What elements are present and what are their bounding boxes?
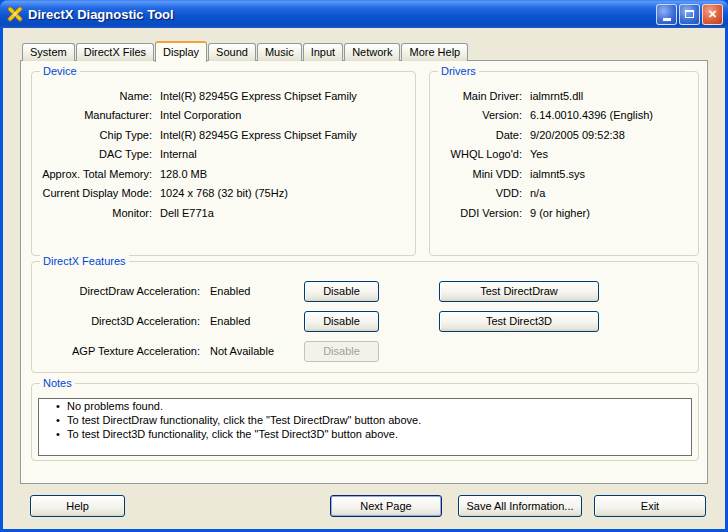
- field-label: AGP Texture Acceleration:: [40, 345, 200, 357]
- field-label: Manufacturer:: [40, 109, 152, 121]
- driver-row: Version: 6.14.0010.4396 (English): [438, 106, 690, 126]
- drivers-group: Drivers Main Driver: ialmrnt5.dll Versio…: [429, 71, 699, 256]
- tab-network[interactable]: Network: [344, 43, 400, 61]
- window-body: System DirectX Files Display Sound Music…: [3, 28, 725, 529]
- device-group: Device Name: Intel(R) 82945G Express Chi…: [31, 71, 416, 256]
- field-label: DirectDraw Acceleration:: [40, 285, 200, 297]
- test-directdraw-button[interactable]: Test DirectDraw: [439, 281, 599, 302]
- tab-strip: System DirectX Files Display Sound Music…: [22, 41, 469, 61]
- field-label: Mini VDD:: [438, 168, 522, 180]
- driver-row: WHQL Logo'd: Yes: [438, 145, 690, 165]
- minimize-button[interactable]: [656, 4, 677, 25]
- feature-row: Direct3D Acceleration: Enabled Disable T…: [40, 306, 690, 336]
- field-value: Enabled: [210, 285, 304, 297]
- field-label: Current Display Mode:: [40, 187, 152, 199]
- field-value: 9/20/2005 09:52:38: [530, 129, 625, 141]
- field-label: DDI Version:: [438, 207, 522, 219]
- maximize-button[interactable]: [679, 4, 700, 25]
- field-value: 128.0 MB: [160, 168, 207, 180]
- note-item: To test Direct3D functionality, click th…: [39, 427, 691, 441]
- driver-row: Date: 9/20/2005 09:52:38: [438, 125, 690, 145]
- field-value: Yes: [530, 148, 548, 160]
- field-value: ialmnt5.sys: [530, 168, 585, 180]
- device-row: Current Display Mode: 1024 x 768 (32 bit…: [40, 184, 407, 204]
- feature-row: AGP Texture Acceleration: Not Available …: [40, 336, 690, 366]
- field-label: Main Driver:: [438, 90, 522, 102]
- save-all-information-button[interactable]: Save All Information...: [458, 495, 582, 517]
- field-value: Internal: [160, 148, 197, 160]
- titlebar[interactable]: DirectX Diagnostic Tool ✕: [0, 0, 728, 28]
- field-value: n/a: [530, 187, 545, 199]
- feature-row: DirectDraw Acceleration: Enabled Disable…: [40, 276, 690, 306]
- maximize-icon: [685, 10, 694, 18]
- help-button[interactable]: Help: [30, 495, 125, 517]
- driver-row: VDD: n/a: [438, 184, 690, 204]
- directx-features-group-title: DirectX Features: [40, 254, 129, 268]
- tab-directx-files[interactable]: DirectX Files: [76, 43, 154, 61]
- disable-direct3d-button[interactable]: Disable: [304, 311, 379, 332]
- minimize-icon: [663, 18, 671, 21]
- directx-icon: [7, 6, 23, 22]
- field-label: WHQL Logo'd:: [438, 148, 522, 160]
- window-title: DirectX Diagnostic Tool: [28, 7, 654, 22]
- device-group-title: Device: [40, 64, 80, 78]
- field-value: ialmrnt5.dll: [530, 90, 583, 102]
- directx-features-group: DirectX Features DirectDraw Acceleration…: [31, 261, 699, 373]
- field-label: DAC Type:: [40, 148, 152, 160]
- driver-row: Mini VDD: ialmnt5.sys: [438, 164, 690, 184]
- field-label: Version:: [438, 109, 522, 121]
- drivers-group-title: Drivers: [438, 64, 479, 78]
- tab-display[interactable]: Display: [155, 41, 207, 62]
- tab-input[interactable]: Input: [303, 43, 343, 61]
- test-direct3d-button[interactable]: Test Direct3D: [439, 311, 599, 332]
- notes-box[interactable]: No problems found. To test DirectDraw fu…: [38, 398, 692, 456]
- field-value: Intel Corporation: [160, 109, 241, 121]
- field-label: VDD:: [438, 187, 522, 199]
- next-page-button[interactable]: Next Page: [330, 495, 442, 517]
- notes-group-title: Notes: [40, 376, 75, 390]
- disable-agp-button: Disable: [304, 341, 379, 362]
- field-value: Not Available: [210, 345, 304, 357]
- exit-button[interactable]: Exit: [594, 495, 706, 517]
- note-item: To test DirectDraw functionality, click …: [39, 413, 691, 427]
- tab-sound[interactable]: Sound: [208, 43, 256, 61]
- disable-directdraw-button[interactable]: Disable: [304, 281, 379, 302]
- field-label: Approx. Total Memory:: [40, 168, 152, 180]
- field-value: Dell E771a: [160, 207, 214, 219]
- tab-more-help[interactable]: More Help: [401, 43, 468, 61]
- field-value: Intel(R) 82945G Express Chipset Family: [160, 129, 357, 141]
- driver-row: Main Driver: ialmrnt5.dll: [438, 86, 690, 106]
- field-label: Name:: [40, 90, 152, 102]
- field-label: Date:: [438, 129, 522, 141]
- device-row: Monitor: Dell E771a: [40, 203, 407, 223]
- dxdiag-window: DirectX Diagnostic Tool ✕ System DirectX…: [0, 0, 728, 532]
- close-icon: ✕: [708, 9, 717, 20]
- device-row: Name: Intel(R) 82945G Express Chipset Fa…: [40, 86, 407, 106]
- field-value: Intel(R) 82945G Express Chipset Family: [160, 90, 357, 102]
- field-value: 6.14.0010.4396 (English): [530, 109, 653, 121]
- close-button[interactable]: ✕: [702, 4, 723, 25]
- tab-music[interactable]: Music: [257, 43, 302, 61]
- field-label: Chip Type:: [40, 129, 152, 141]
- device-row: Approx. Total Memory: 128.0 MB: [40, 164, 407, 184]
- field-label: Monitor:: [40, 207, 152, 219]
- note-item: No problems found.: [39, 399, 691, 413]
- display-tab-page: Device Name: Intel(R) 82945G Express Chi…: [20, 60, 708, 484]
- device-row: DAC Type: Internal: [40, 145, 407, 165]
- field-value: 1024 x 768 (32 bit) (75Hz): [160, 187, 288, 199]
- field-value: Enabled: [210, 315, 304, 327]
- tab-system[interactable]: System: [22, 43, 75, 61]
- driver-row: DDI Version: 9 (or higher): [438, 203, 690, 223]
- device-row: Chip Type: Intel(R) 82945G Express Chips…: [40, 125, 407, 145]
- field-label: Direct3D Acceleration:: [40, 315, 200, 327]
- notes-group: Notes No problems found. To test DirectD…: [31, 383, 699, 461]
- device-row: Manufacturer: Intel Corporation: [40, 106, 407, 126]
- field-value: 9 (or higher): [530, 207, 590, 219]
